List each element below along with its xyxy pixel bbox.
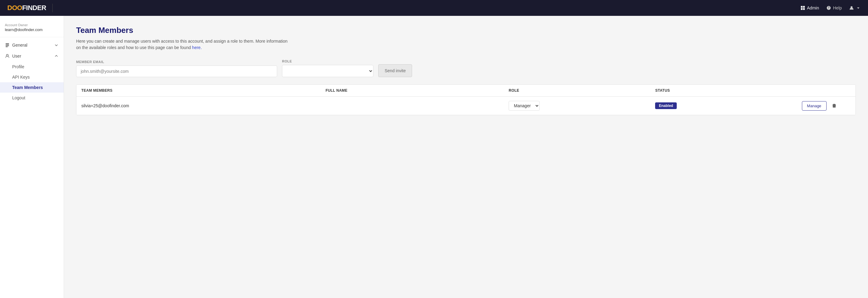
table-header: Team Members Full Name Role Status [76, 85, 856, 97]
grid-icon [800, 5, 805, 10]
account-owner-label: Account Owner [5, 23, 59, 27]
help-icon [826, 5, 831, 10]
svg-rect-1 [803, 6, 805, 8]
member-role-dropdown[interactable]: Manager Viewer [508, 101, 540, 111]
svg-rect-2 [801, 8, 803, 10]
svg-rect-5 [5, 43, 9, 44]
sidebar-sub-item-api-keys[interactable]: API Keys [0, 72, 64, 82]
user-account-button[interactable] [849, 5, 861, 10]
logo-finder: FINDER [22, 4, 46, 11]
svg-rect-3 [803, 8, 805, 10]
main-layout: Account Owner learn@doofinder.com Genera… [0, 16, 868, 298]
table-row: silvia+25@doofinder.com Manager Viewer E… [76, 97, 856, 115]
members-table: Team Members Full Name Role Status silvi… [76, 84, 856, 115]
sidebar-user-label: User [12, 54, 21, 59]
col-team-members: Team Members [81, 88, 326, 93]
member-role-cell: Manager Viewer [508, 101, 655, 111]
member-actions-cell: Manage [802, 101, 850, 111]
general-icon [5, 43, 10, 48]
page-title: Team Members [76, 26, 856, 35]
top-navigation: DOOFINDER Admin Help [0, 0, 868, 16]
sidebar-sub-item-logout[interactable]: Logout [0, 93, 64, 103]
manage-button[interactable]: Manage [802, 101, 827, 111]
logo: DOOFINDER [7, 4, 46, 12]
sidebar-item-user[interactable]: User [0, 51, 64, 62]
status-badge: Enabled [655, 102, 677, 109]
api-keys-label: API Keys [12, 74, 30, 80]
profile-label: Profile [12, 64, 24, 69]
page-description: Here you can create and manage users wit… [76, 38, 289, 51]
here-link[interactable]: here. [192, 45, 202, 50]
logout-label: Logout [12, 95, 25, 100]
admin-label: Admin [807, 5, 819, 10]
team-members-label: Team Members [12, 85, 43, 90]
member-email-input[interactable] [76, 65, 277, 77]
user-avatar-icon [849, 5, 854, 10]
send-invite-button[interactable]: Send invite [378, 64, 412, 77]
delete-button[interactable] [830, 102, 838, 110]
trash-icon [832, 103, 837, 109]
email-form-group: MEMBER EMAIL [76, 60, 277, 77]
help-label: Help [833, 5, 842, 10]
page-description-text: Here you can create and manage users wit… [76, 39, 287, 50]
svg-rect-6 [5, 44, 9, 45]
col-status: Status [655, 88, 802, 93]
sidebar-general-label: General [12, 43, 27, 48]
topnav-right: Admin Help [800, 5, 861, 10]
member-status-cell: Enabled [655, 102, 802, 109]
nav-divider [52, 4, 53, 12]
role-label: ROLE [282, 59, 373, 63]
svg-rect-0 [801, 6, 803, 8]
sidebar-sub-item-profile[interactable]: Profile [0, 62, 64, 72]
email-label: MEMBER EMAIL [76, 60, 277, 64]
account-info: Account Owner learn@doofinder.com [0, 21, 64, 37]
sidebar-item-user-left: User [5, 54, 21, 59]
sidebar-item-general[interactable]: General [0, 40, 64, 51]
member-email-cell: silvia+25@doofinder.com [81, 103, 326, 108]
user-chevron-icon [54, 54, 59, 59]
invite-form: MEMBER EMAIL ROLE Manager Viewer Send in… [76, 59, 856, 77]
account-chevron-icon [856, 5, 861, 10]
col-role: Role [508, 88, 655, 93]
account-email: learn@doofinder.com [5, 27, 59, 32]
role-select[interactable]: Manager Viewer [282, 65, 373, 77]
user-icon [5, 54, 10, 59]
admin-menu-button[interactable]: Admin [800, 5, 819, 10]
sidebar-sub-item-team-members[interactable]: Team Members [0, 82, 64, 93]
col-full-name: Full Name [326, 88, 508, 93]
sidebar-item-general-left: General [5, 43, 27, 48]
general-chevron-icon [54, 43, 59, 48]
sidebar: Account Owner learn@doofinder.com Genera… [0, 16, 64, 298]
svg-rect-8 [5, 47, 8, 47]
logo-doo: DOO [7, 4, 22, 11]
role-form-group: ROLE Manager Viewer [282, 59, 373, 77]
svg-rect-7 [5, 46, 9, 46]
col-actions [802, 88, 850, 93]
main-content: Team Members Here you can create and man… [64, 16, 868, 298]
help-button[interactable]: Help [826, 5, 842, 10]
